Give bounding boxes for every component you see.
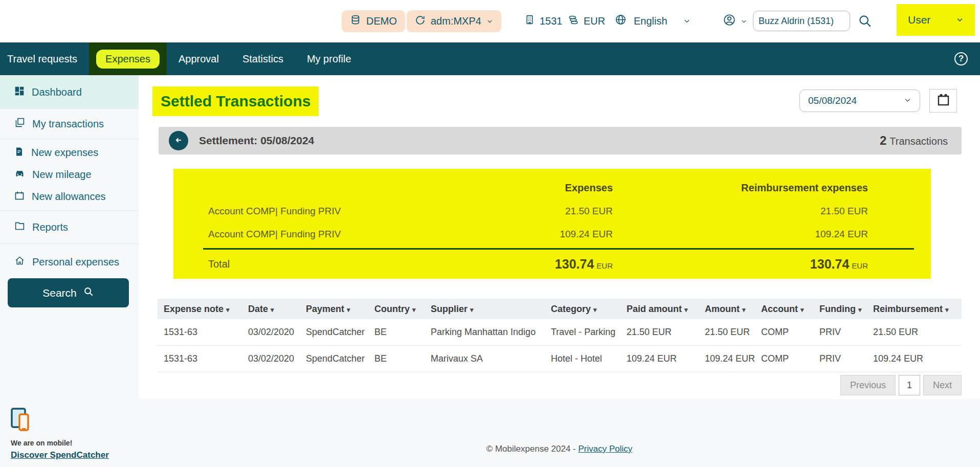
car-icon	[14, 168, 25, 182]
sort-icon: ▾	[945, 306, 949, 314]
main-nav: Travel requests Expenses Approval Statis…	[0, 42, 980, 75]
column-header-payment[interactable]: Payment▾	[306, 304, 374, 315]
company-id: 1531	[524, 11, 563, 31]
column-header-date[interactable]: Date▾	[248, 304, 306, 315]
sort-icon: ▾	[226, 306, 230, 314]
next-page-button[interactable]: Next	[923, 375, 962, 395]
summary-account-label: Account COMP| Funding PRIV	[208, 206, 341, 217]
nav-approval[interactable]: Approval	[167, 42, 231, 75]
language-value: English	[634, 15, 667, 27]
sort-icon: ▾	[412, 306, 416, 314]
column-header-reimbursement[interactable]: Reimbursement▾	[873, 304, 962, 315]
nav-statistics[interactable]: Statistics	[231, 42, 295, 75]
previous-page-button[interactable]: Previous	[840, 375, 896, 395]
nav-expenses[interactable]: Expenses	[96, 50, 160, 69]
coins-icon	[568, 14, 579, 28]
cell-country: BE	[374, 353, 431, 364]
user-search-input[interactable]	[753, 11, 850, 31]
settlement-date-select[interactable]: 05/08/2024	[799, 90, 920, 112]
admin-switch-label: adm:MXP4	[431, 15, 481, 27]
sidebar-item-new-mileage[interactable]: New mileage	[0, 164, 139, 186]
pagination: Previous 1 Next	[840, 375, 962, 395]
admin-switch-button[interactable]: adm:MXP4	[407, 10, 501, 32]
sidebar-item-my-transactions[interactable]: My transactions	[0, 109, 139, 139]
transactions-table: Expense note▾ Date▾ Payment▾ Country▾ Su…	[158, 299, 962, 372]
summary-total-label: Total	[208, 258, 230, 270]
cell-payment: SpendCatcher	[306, 327, 374, 338]
column-header-funding[interactable]: Funding▾	[819, 304, 873, 315]
table-row[interactable]: 1531-63 03/02/2020 SpendCatcher BE Mariv…	[158, 346, 962, 372]
role-dropdown-button[interactable]: User	[897, 4, 975, 36]
transaction-count-number: 2	[880, 134, 886, 147]
summary-total-row: Total 130.74EUR 130.74EUR	[173, 250, 931, 278]
column-header-paid-amount[interactable]: Paid amount▾	[627, 304, 705, 315]
sort-icon: ▾	[271, 306, 274, 314]
footer: © Mobilexpense 2024 - Privacy Policy	[139, 444, 980, 454]
sort-icon: ▾	[684, 306, 688, 314]
sidebar: Dashboard My transactions N	[0, 75, 139, 467]
sidebar-item-label: New expenses	[31, 147, 98, 159]
chevron-down-icon	[956, 14, 964, 26]
column-header-expense-note[interactable]: Expense note▾	[164, 304, 248, 315]
discover-spendcatcher-link[interactable]: Discover SpendCatcher	[11, 450, 109, 460]
cell-supplier: Marivaux SA	[431, 353, 551, 364]
settlement-header-bar: Settlement: 05/08/2024 2Transactions	[159, 127, 962, 154]
cell-amount: 21.50 EUR	[705, 327, 761, 338]
building-icon	[524, 14, 535, 28]
nav-expenses-active-block: Expenses	[89, 42, 167, 75]
sidebar-item-dashboard[interactable]: Dashboard	[0, 76, 139, 108]
currency-indicator: EUR	[568, 11, 605, 31]
cell-account: COMP	[761, 327, 819, 338]
calendar-button[interactable]	[929, 89, 957, 113]
date-select-value: 05/08/2024	[808, 95, 857, 106]
sort-icon: ▾	[593, 306, 597, 314]
sidebar-item-label: New mileage	[32, 169, 92, 181]
transactions-icon	[14, 117, 25, 130]
settlement-title: Settlement: 05/08/2024	[199, 135, 314, 147]
chevron-down-icon	[904, 95, 911, 106]
column-header-account[interactable]: Account▾	[761, 304, 819, 315]
sidebar-item-reports[interactable]: Reports	[0, 211, 139, 243]
summary-header-row: Expenses Reimbursement expenses	[173, 182, 931, 199]
user-menu[interactable]	[723, 11, 747, 31]
summary-expenses-value: 21.50 EUR	[565, 206, 613, 217]
search-icon[interactable]	[857, 13, 873, 31]
cell-category: Hotel - Hotel	[551, 353, 627, 364]
mobile-devices-icon	[11, 425, 32, 434]
nav-my-profile[interactable]: My profile	[295, 42, 363, 75]
mobile-promo: We are on mobile! Discover SpendCatcher	[11, 408, 109, 460]
refresh-icon	[415, 15, 426, 28]
sidebar-item-label: Personal expenses	[32, 256, 119, 268]
sidebar-item-personal-expenses[interactable]: Personal expenses	[0, 246, 139, 278]
cell-funding: PRIV	[819, 353, 873, 364]
privacy-policy-link[interactable]: Privacy Policy	[578, 444, 632, 454]
transactions-table-header: Expense note▾ Date▾ Payment▾ Country▾ Su…	[158, 299, 962, 319]
language-selector[interactable]: English	[615, 11, 691, 31]
column-header-supplier[interactable]: Supplier▾	[431, 304, 551, 315]
cell-expense-note: 1531-63	[164, 353, 248, 364]
sidebar-item-label: Reports	[32, 221, 68, 233]
search-button-label: Search	[42, 287, 77, 299]
page-title: Settled Transactions	[152, 86, 319, 116]
nav-travel-requests[interactable]: Travel requests	[0, 42, 89, 75]
top-header: DEMO adm:MXP4 1531	[0, 0, 980, 42]
transaction-count-label: Transactions	[889, 136, 948, 147]
cell-date: 03/02/2020	[248, 353, 306, 364]
currency-value: EUR	[584, 15, 605, 27]
sort-icon: ▾	[470, 306, 474, 314]
transaction-count: 2Transactions	[880, 134, 948, 148]
search-button[interactable]: Search	[8, 278, 129, 307]
table-row[interactable]: 1531-63 03/02/2020 SpendCatcher BE Parki…	[158, 319, 962, 346]
chevron-down-icon	[486, 15, 493, 27]
page-number-button[interactable]: 1	[899, 375, 920, 395]
help-icon[interactable]: ?	[954, 52, 968, 65]
sidebar-item-new-expenses[interactable]: New expenses	[0, 142, 139, 164]
sidebar-item-new-allowances[interactable]: New allowances	[0, 186, 139, 208]
back-button[interactable]	[169, 131, 188, 150]
column-header-country[interactable]: Country▾	[374, 304, 431, 315]
summary-account-row: Account COMP| Funding PRIV 21.50 EUR 21.…	[173, 199, 931, 223]
column-header-amount[interactable]: Amount▾	[705, 304, 761, 315]
database-icon	[350, 14, 361, 28]
column-header-category[interactable]: Category▾	[551, 304, 627, 315]
sort-icon: ▾	[347, 306, 350, 314]
